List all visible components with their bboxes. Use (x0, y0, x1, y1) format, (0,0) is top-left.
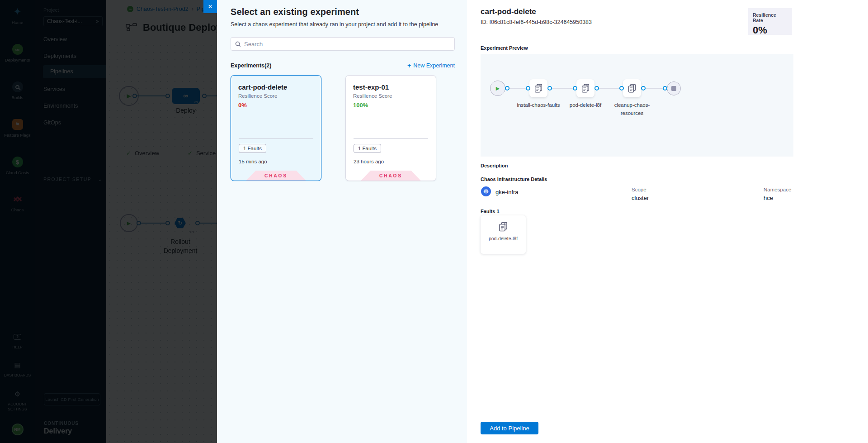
experiments-count: Experiments(2) (231, 62, 271, 69)
connector-point (641, 86, 646, 91)
stop-icon (671, 86, 676, 91)
divider (239, 138, 313, 139)
infrastructure-label: Chaos Infrastructure Details (481, 176, 547, 182)
experiment-card-test-exp-01[interactable]: test-exp-01 Resilience Score 100% 1 Faul… (345, 75, 436, 181)
preview-node-label: pod-delete-l8f (562, 101, 609, 109)
resilience-rate-value: 0% (753, 24, 788, 36)
fault-card-pod-delete[interactable]: pod-delete-l8f (481, 215, 526, 254)
add-to-pipeline-button[interactable]: Add to Pipeline (481, 422, 538, 434)
plus-icon: + (407, 62, 411, 69)
screen: ✦ Home ∞ Deployments Builds ⚑ Feature Fl… (0, 0, 868, 443)
fault-step-icon (533, 83, 543, 93)
connector-line (549, 88, 575, 89)
connector-point (573, 86, 577, 91)
preview-start-node[interactable]: ▶ (490, 81, 505, 96)
preview-end-node[interactable] (667, 81, 681, 95)
search-input[interactable] (244, 41, 450, 48)
connector-point (526, 86, 530, 91)
select-experiment-modal: ✕ Select an existing experiment Select a… (217, 0, 868, 443)
infrastructure-name: gke-infra (495, 189, 519, 195)
connector-line (643, 88, 665, 89)
search-box (231, 37, 455, 51)
preview-node-label: cleanup-chaos-resources (609, 101, 656, 118)
preview-node-cleanup[interactable] (623, 79, 641, 97)
scope-value: cluster (632, 195, 649, 201)
resilience-score-label: Resilience Score (238, 93, 314, 99)
connector-point (594, 86, 599, 91)
experiment-id: ID: f06c81c8-fef6-445d-b98c-324645950383 (481, 19, 592, 25)
modal-title: Select an existing experiment (231, 7, 455, 17)
connector-point (663, 86, 667, 91)
experiment-preview-label: Experiment Preview (481, 45, 528, 51)
preview-node-install-chaos-faults[interactable] (529, 79, 547, 97)
experiment-name: cart-pod-delete (238, 83, 314, 91)
k8s-wheel-glyph: ☸ (483, 188, 489, 195)
faults-label: Faults 1 (481, 209, 500, 214)
description-label: Description (481, 163, 508, 168)
resilience-score-label: Resilience Score (353, 93, 429, 99)
chaos-brand-ribbon: CHAOS (246, 171, 306, 181)
namespace-label: Namespace (764, 187, 791, 192)
preview-node-pod-delete[interactable] (576, 79, 594, 97)
fault-step-icon (627, 83, 637, 93)
last-updated: 23 hours ago (354, 159, 384, 164)
namespace-value: hce (764, 195, 773, 201)
experiment-preview-panel: ▶ install-chaos-faults pod-delete-l8f cl… (481, 54, 793, 157)
scope-label: Scope (632, 187, 646, 192)
search-icon (235, 41, 241, 47)
experiment-details-panel: cart-pod-delete ID: f06c81c8-fef6-445d-b… (467, 0, 868, 443)
connector-point (505, 86, 509, 91)
faults-badge: 1 Faults (239, 144, 266, 153)
experiment-list-panel: Select an existing experiment Select a c… (217, 0, 467, 443)
experiment-name: test-exp-01 (353, 83, 429, 91)
kubernetes-icon: ☸ (481, 186, 491, 196)
experiment-card-cart-pod-delete[interactable]: cart-pod-delete Resilience Score 0% 1 Fa… (231, 75, 321, 181)
resilience-score-value: 100% (353, 102, 429, 109)
fault-step-icon (580, 83, 590, 93)
connector-line (507, 88, 528, 89)
play-icon: ▶ (496, 86, 500, 91)
experiment-cards: cart-pod-delete Resilience Score 0% 1 Fa… (231, 75, 455, 181)
last-updated: 15 mins ago (239, 159, 267, 164)
resilience-rate-label: Resilience Rate (753, 12, 788, 23)
resilience-rate-box: Resilience Rate 0% (748, 8, 792, 35)
connector-line (596, 88, 621, 89)
preview-node-label: install-chaos-faults (515, 101, 562, 109)
close-icon[interactable]: ✕ (203, 0, 217, 13)
modal-subtitle: Select a chaos experiment that already r… (231, 21, 455, 28)
fault-name: pod-delete-l8f (481, 236, 526, 241)
connector-point (547, 86, 552, 91)
divider (354, 138, 428, 139)
experiment-title: cart-pod-delete (481, 7, 536, 16)
resilience-score-value: 0% (238, 102, 314, 109)
faults-badge: 1 Faults (354, 144, 381, 153)
connector-point (619, 86, 624, 91)
new-experiment-link[interactable]: + New Experiment (407, 62, 455, 69)
chaos-brand-ribbon: CHAOS (361, 171, 421, 181)
new-experiment-label: New Experiment (413, 62, 455, 69)
fault-icon (498, 221, 509, 232)
experiments-header-row: Experiments(2) + New Experiment (231, 62, 455, 69)
